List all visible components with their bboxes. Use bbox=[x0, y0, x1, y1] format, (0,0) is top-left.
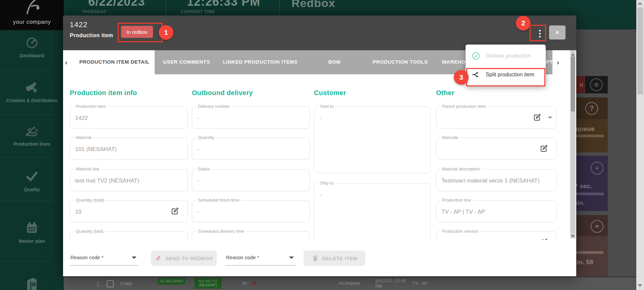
divider bbox=[0, 72, 64, 72]
background-orders-panel: min. 58 bbox=[576, 215, 608, 279]
tab-scroll-right-icon[interactable]: › bbox=[557, 58, 559, 66]
minutes-label: min. bbox=[576, 199, 585, 207]
reason-code-select-1[interactable]: Reason code * bbox=[70, 250, 139, 266]
menu-item-label: Declare production bbox=[486, 53, 531, 59]
field-barcode: Barcode bbox=[436, 138, 557, 160]
time-caption: CURRENT TIME bbox=[181, 9, 215, 14]
field-label: Material bbox=[74, 135, 93, 140]
field-value: test mat TV2 (NESAHAT) bbox=[75, 177, 139, 184]
modal-subtitle: Production item bbox=[70, 32, 113, 39]
status-badge: In redbox bbox=[121, 26, 153, 38]
tab-production-tools[interactable]: PRODUCTION TOOLS bbox=[373, 59, 428, 65]
tab-warehouse[interactable]: WAREHOU bbox=[442, 59, 469, 65]
calendar-icon bbox=[24, 220, 40, 236]
sidebar-item-bottom bbox=[0, 275, 64, 290]
queue-label: queue bbox=[576, 125, 595, 133]
menu-item-declare-production: Declare production bbox=[466, 47, 546, 65]
field-label: Production line bbox=[440, 198, 473, 203]
tab-receipt-end[interactable]: PT bbox=[546, 59, 553, 65]
tab-production-item-detail[interactable]: PRODUCTION ITEM DETAIL bbox=[79, 59, 149, 65]
page-scrollbar[interactable] bbox=[636, 0, 644, 290]
field-parent-production-item: Parent production item bbox=[436, 106, 557, 129]
sidebar-item-label: Master plan bbox=[0, 238, 64, 244]
section-title: Outbound delivery bbox=[192, 89, 253, 97]
field-label: Ship to bbox=[318, 180, 335, 186]
minutes2-label: min. 58 bbox=[576, 259, 593, 266]
sidebar-item-master-plan: Master plan bbox=[0, 220, 64, 244]
field-scheduled-finish-time: Scheduled finish time- bbox=[192, 200, 310, 222]
background-queue-panel: queue bbox=[576, 119, 608, 152]
annotation-step-1: 1 bbox=[159, 25, 173, 40]
check-circle-icon bbox=[472, 52, 480, 60]
row-status: Incomplete bbox=[339, 281, 360, 286]
divider bbox=[0, 115, 64, 115]
field-quantity-bad-: Quantity (bad) bbox=[70, 231, 188, 240]
close-button[interactable]: × bbox=[549, 25, 566, 40]
chevron-down-icon bbox=[132, 257, 137, 259]
modal-scrollbar[interactable] bbox=[570, 50, 576, 238]
row-datetime: 9/5/2022, 03:09 PM bbox=[375, 278, 408, 289]
field-quantity-total-: Quantity (total)10 bbox=[70, 200, 188, 222]
tab-scroll-left-icon[interactable]: ‹ bbox=[65, 58, 67, 66]
production-line-icon bbox=[24, 123, 40, 139]
date-text: 6/22/2023 bbox=[88, 0, 145, 9]
row-kebab-icon bbox=[97, 281, 99, 287]
chevron-down-icon[interactable] bbox=[548, 117, 552, 119]
scroll-down-icon[interactable] bbox=[638, 284, 642, 287]
dashboard-icon bbox=[24, 35, 40, 50]
menu-item-split-production-item[interactable]: Split production item bbox=[466, 65, 546, 84]
edit-icon[interactable] bbox=[170, 207, 179, 216]
field-label: Quantity (bad) bbox=[74, 229, 105, 234]
background-settings-button bbox=[585, 76, 608, 93]
link-icon bbox=[155, 255, 162, 262]
panel-lower bbox=[576, 236, 608, 279]
scroll-up-icon[interactable] bbox=[638, 2, 642, 5]
edit-icon[interactable] bbox=[539, 144, 548, 153]
field-material-title: Material titletest mat TV2 (NESAHAT) bbox=[70, 169, 188, 191]
field-delivery-number: Delivery number- bbox=[192, 106, 310, 129]
field-status: Status- bbox=[192, 169, 310, 191]
annotation-step-2: 2 bbox=[516, 16, 531, 30]
section-title: Other bbox=[436, 89, 454, 97]
reason-code-label: Reason code * bbox=[70, 255, 103, 260]
page-scrollbar-thumb[interactable] bbox=[637, 7, 643, 94]
field-production-line: Production lineTV - AP | TV - AP bbox=[436, 200, 557, 222]
tab-bom[interactable]: BOM bbox=[328, 59, 341, 65]
kebab-menu-button[interactable] bbox=[534, 27, 545, 40]
tools-icon bbox=[24, 80, 40, 95]
gear-icon bbox=[590, 78, 603, 91]
field-label: Delivery number bbox=[196, 104, 231, 109]
divider bbox=[0, 200, 64, 201]
production-item-number: 1422 bbox=[70, 20, 88, 29]
row-line: TV - AP bbox=[413, 281, 428, 286]
toolbar-remnant bbox=[576, 15, 636, 29]
time-text: 12:26:33 PM bbox=[187, 0, 260, 9]
modal-scrollbar-thumb[interactable] bbox=[571, 56, 575, 112]
field-value: - bbox=[319, 192, 321, 198]
field-material-description: Material descriptionTestovací materiál v… bbox=[436, 169, 557, 191]
background-downtime-panel: 57 sec. min. bbox=[576, 156, 608, 211]
reason-code-select-2[interactable]: Reason code * bbox=[225, 250, 296, 266]
material-title-badge: test mat TV2 (NESAHAT) bbox=[194, 278, 222, 289]
sidebar: Dashboard Creation & Distribution Produc… bbox=[0, 15, 64, 290]
divider bbox=[279, 0, 280, 15]
sidebar-item-creation-distribution: Creation & Distribution bbox=[0, 80, 64, 103]
progress-bar bbox=[576, 193, 604, 195]
scroll-down-icon[interactable] bbox=[571, 235, 575, 237]
section-title: Production item info bbox=[70, 89, 137, 97]
field-production-item: Production item1422 bbox=[70, 106, 188, 129]
field-label: Scheduled delivery time bbox=[196, 229, 246, 234]
scroll-up-icon[interactable] bbox=[571, 53, 575, 56]
question-icon: ? bbox=[585, 102, 598, 115]
edit-icon[interactable] bbox=[533, 113, 542, 122]
tab-linked-production-items[interactable]: LINKED PRODUCTION ITEMS bbox=[223, 59, 298, 65]
menu-circle-icon bbox=[591, 220, 603, 233]
field-value: TV - AP | TV - AP bbox=[441, 209, 485, 215]
field-scheduled-delivery-time: Scheduled delivery time bbox=[192, 231, 310, 240]
menu-item-label: Split production item bbox=[486, 72, 534, 78]
field-value: - bbox=[319, 115, 321, 122]
tab-user-comments[interactable]: USER COMMENTS bbox=[163, 59, 210, 65]
date-weekday: THURSDAY bbox=[82, 9, 107, 14]
field-label: Status bbox=[196, 166, 212, 171]
package-icon bbox=[23, 275, 41, 290]
